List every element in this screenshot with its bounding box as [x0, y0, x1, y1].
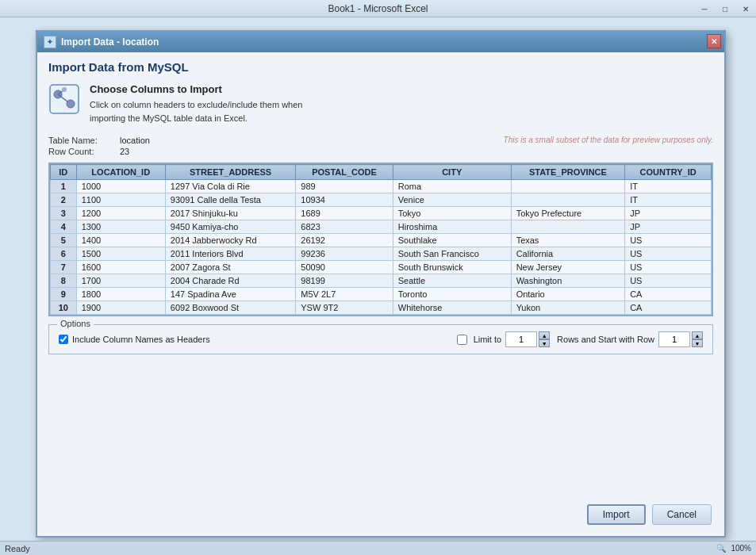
import-dialog: ✦ Import Data - location ✕ Import Data f…: [36, 30, 726, 538]
cell-5-5: California: [511, 247, 625, 261]
cell-4-4: Southlake: [393, 234, 511, 247]
col-location-id[interactable]: LOCATION_ID: [76, 165, 165, 180]
cell-9-3: YSW 9T2: [296, 301, 393, 315]
cell-8-4: Toronto: [393, 288, 511, 301]
cell-0-4: Roma: [393, 180, 511, 193]
description-section: Choose Columns to Import Click on column…: [48, 83, 713, 124]
cell-1-5: [511, 193, 625, 207]
dialog-titlebar: ✦ Import Data - location ✕: [37, 32, 724, 52]
table-row: 2110093091 Calle della Testa10934VeniceI…: [51, 193, 712, 207]
cell-0-5: [511, 180, 625, 193]
start-row-up-btn[interactable]: ▲: [692, 331, 703, 339]
zoom-label: 🔍: [716, 544, 726, 553]
preview-note: This is a small subset of the data for p…: [504, 136, 713, 144]
cell-7-2: 2004 Charade Rd: [165, 274, 295, 288]
col-id[interactable]: ID: [51, 165, 77, 180]
options-legend: Options: [57, 319, 94, 328]
description-title: Choose Columns to Import: [90, 83, 302, 95]
svg-point-5: [62, 87, 67, 92]
table-row: 615002011 Interiors Blvd99236South San F…: [51, 247, 712, 261]
cell-4-2: 2014 Jabberwocky Rd: [165, 234, 295, 247]
options-section: Options Include Column Names as Headers …: [48, 324, 713, 354]
cell-3-3: 6823: [296, 220, 393, 234]
table-row: 817002004 Charade Rd98199SeattleWashingt…: [51, 274, 712, 288]
cell-7-4: Seattle: [393, 274, 511, 288]
cell-2-0: 3: [51, 207, 77, 220]
table-row: 1019006092 Boxwood StYSW 9T2WhitehorseYu…: [51, 301, 712, 315]
svg-point-3: [67, 100, 75, 108]
cell-6-4: South Brunswick: [393, 261, 511, 274]
cell-7-0: 8: [51, 274, 77, 288]
dialog-close-btn[interactable]: ✕: [707, 34, 721, 48]
table-row: 716002007 Zagora St50090South BrunswickN…: [51, 261, 712, 274]
excel-close-btn[interactable]: ✕: [735, 0, 756, 17]
limit-down-btn[interactable]: ▼: [539, 339, 550, 347]
cell-5-4: South San Francisco: [393, 247, 511, 261]
col-postal-code[interactable]: POSTAL_CODE: [296, 165, 393, 180]
col-city[interactable]: CITY: [393, 165, 511, 180]
data-table-container: ID LOCATION_ID STREET_ADDRESS POSTAL_COD…: [48, 163, 713, 316]
table-header-row: ID LOCATION_ID STREET_ADDRESS POSTAL_COD…: [51, 165, 712, 180]
cell-4-0: 5: [51, 234, 77, 247]
include-col-names-checkbox[interactable]: [59, 335, 68, 344]
cell-7-6: US: [625, 274, 712, 288]
cell-1-4: Venice: [393, 193, 511, 207]
limit-value-input[interactable]: [505, 331, 537, 347]
include-col-names-group: Include Column Names as Headers: [59, 335, 210, 344]
cell-6-2: 2007 Zagora St: [165, 261, 295, 274]
cell-9-1: 1900: [76, 301, 165, 315]
cell-9-4: Whitehorse: [393, 301, 511, 315]
data-table: ID LOCATION_ID STREET_ADDRESS POSTAL_COD…: [50, 164, 712, 315]
cell-6-3: 50090: [296, 261, 393, 274]
cell-3-0: 4: [51, 220, 77, 234]
cell-6-6: US: [625, 261, 712, 274]
cell-4-1: 1400: [76, 234, 165, 247]
cell-0-0: 1: [51, 180, 77, 193]
col-street-address[interactable]: STREET_ADDRESS: [165, 165, 295, 180]
limit-checkbox-group: Limit to: [457, 335, 501, 345]
rowcount-value: 23: [120, 147, 129, 156]
cell-3-4: Hiroshima: [393, 220, 511, 234]
cell-9-6: CA: [625, 301, 712, 315]
cancel-button[interactable]: Cancel: [652, 504, 712, 525]
cell-8-1: 1800: [76, 288, 165, 301]
limit-up-btn[interactable]: ▲: [539, 331, 550, 339]
dialog-title: Import Data - location: [61, 36, 159, 48]
maximize-btn[interactable]: □: [715, 0, 735, 17]
include-col-names-label: Include Column Names as Headers: [72, 335, 210, 344]
cell-8-3: M5V 2L7: [296, 288, 393, 301]
cell-1-2: 93091 Calle della Testa: [165, 193, 295, 207]
start-row-input[interactable]: [658, 331, 690, 347]
cell-9-5: Yukon: [511, 301, 625, 315]
cell-8-2: 147 Spadina Ave: [165, 288, 295, 301]
start-row-spinner: ▲ ▼: [658, 331, 703, 347]
table-name-label: Table Name:: [48, 136, 120, 145]
cell-1-0: 2: [51, 193, 77, 207]
cell-5-0: 6: [51, 247, 77, 261]
col-state-province[interactable]: STATE_PROVINCE: [511, 165, 625, 180]
cell-4-3: 26192: [296, 234, 393, 247]
import-button[interactable]: Import: [587, 504, 646, 525]
cell-4-5: Texas: [511, 234, 625, 247]
cell-2-2: 2017 Shinjuku-ku: [165, 207, 295, 220]
cell-4-6: US: [625, 234, 712, 247]
limit-spinner: ▲ ▼: [505, 331, 550, 347]
col-country-id[interactable]: COUNTRY_ID: [625, 165, 712, 180]
cell-2-3: 1689: [296, 207, 393, 220]
limit-to-checkbox[interactable]: [457, 335, 467, 345]
dialog-footer: Import Cancel: [587, 504, 712, 525]
start-row-down-btn[interactable]: ▼: [692, 339, 703, 347]
excel-title: Book1 - Microsoft Excel: [328, 3, 428, 14]
cell-9-0: 10: [51, 301, 77, 315]
table-row: 413009450 Kamiya-cho6823HiroshimaJP: [51, 220, 712, 234]
ready-status: Ready: [5, 544, 30, 553]
description-text: Choose Columns to Import Click on column…: [90, 83, 302, 124]
cell-1-1: 1100: [76, 193, 165, 207]
cell-8-5: Ontario: [511, 288, 625, 301]
cell-3-2: 9450 Kamiya-cho: [165, 220, 295, 234]
cell-8-6: CA: [625, 288, 712, 301]
mysql-icon: [48, 83, 80, 115]
cell-3-5: [511, 220, 625, 234]
description-body: Click on column headers to exclude/inclu…: [90, 98, 302, 124]
minimize-btn[interactable]: ─: [694, 0, 715, 17]
